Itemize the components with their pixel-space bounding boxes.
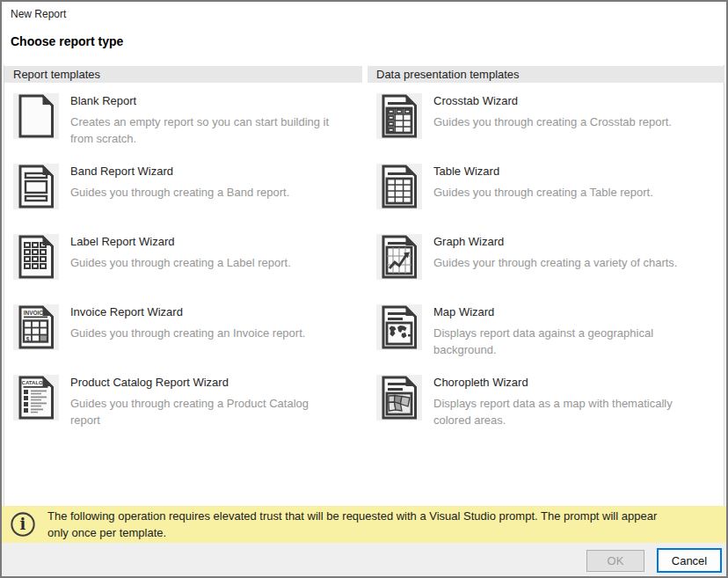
template-description: Guides you through creating a Label repo… [70,254,362,271]
template-item-graph-wizard[interactable]: Graph Wizard Guides your through creatin… [376,234,724,304]
template-description: Guides you through creating an Invoice r… [70,325,362,341]
blank-report-icon [13,93,59,139]
crosstab-icon [376,93,422,139]
info-icon: i [10,511,36,538]
data-presentation-templates-header: Data presentation templates [368,66,724,83]
template-description: Displays report data against a geographi… [433,325,724,358]
template-item-table-wizard[interactable]: Table Wizard Guides you through creating… [376,164,724,234]
template-title: Blank Report [70,93,362,108]
template-item-product-catalog-report-wizard[interactable]: CATALOG Product Catalog Report Wiza [13,375,362,445]
template-item-invoice-report-wizard[interactable]: INVOICE $ Invoice Report Wizard Guides y… [13,304,362,375]
template-item-map-wizard[interactable]: Map Wizard Displays report data against … [376,304,724,375]
template-description: Guides you through creating a Crosstab r… [433,113,724,130]
data-presentation-templates-column: Data presentation templates [368,66,724,445]
template-item-label-report-wizard[interactable]: Label Report Wizard Guides you through c… [13,234,362,304]
dialog-footer: OK Cancel [2,543,726,576]
cancel-button[interactable]: Cancel [657,548,722,573]
svg-text:i: i [20,515,26,533]
info-bar-text: The following operation requires elevate… [47,508,716,541]
band-report-icon [13,164,59,209]
template-title: Crosstab Wizard [433,93,724,108]
template-item-blank-report[interactable]: Blank Report Creates an empty report so … [13,93,362,164]
template-title: Product Catalog Report Wizard [70,375,362,390]
report-templates-list: Blank Report Creates an empty report so … [4,83,362,445]
template-description: Creates an empty report so you can start… [70,113,362,147]
template-description: Guides you through creating a Table repo… [433,184,724,201]
template-title: Invoice Report Wizard [70,304,362,319]
template-title: Table Wizard [433,164,724,179]
label-report-icon [13,234,59,280]
ok-button[interactable]: OK [586,550,644,572]
invoice-icon-label: INVOICE [24,310,47,316]
template-item-crosstab-wizard[interactable]: Crosstab Wizard Guides you through creat… [376,93,724,164]
info-bar: i The following operation requires eleva… [2,506,726,543]
template-description: Guides your through creating a variety o… [433,254,724,271]
template-description: Displays report data as a map with thema… [433,395,724,428]
map-icon [376,304,422,350]
invoice-report-icon: INVOICE $ [13,304,59,350]
template-title: Choropleth Wizard [433,375,724,390]
report-templates-header: Report templates [4,66,362,83]
template-item-choropleth-wizard[interactable]: Choropleth Wizard Displays report data a… [376,375,724,445]
template-title: Label Report Wizard [70,234,362,249]
graph-icon [376,234,422,280]
window-title: New Report [11,8,66,20]
page-title: Choose report type [11,34,123,48]
template-description: Guides you through creating a Product Ca… [70,395,362,428]
template-description: Guides you through creating a Band repor… [70,184,362,201]
data-presentation-templates-list: Crosstab Wizard Guides you through creat… [368,83,724,445]
svg-text:$: $ [26,336,30,343]
new-report-dialog: New Report Choose report type Report tem… [0,0,728,578]
template-title: Graph Wizard [433,234,724,249]
report-templates-column: Report templates Blank Report Creates an… [4,66,362,445]
choropleth-icon [376,375,422,421]
template-title: Map Wizard [433,304,724,319]
template-item-band-report-wizard[interactable]: Band Report Wizard Guides you through cr… [13,164,362,234]
template-title: Band Report Wizard [70,164,362,179]
product-catalog-report-icon: CATALOG [13,375,59,421]
table-icon [376,164,422,209]
catalog-icon-label: CATALOG [22,380,47,385]
